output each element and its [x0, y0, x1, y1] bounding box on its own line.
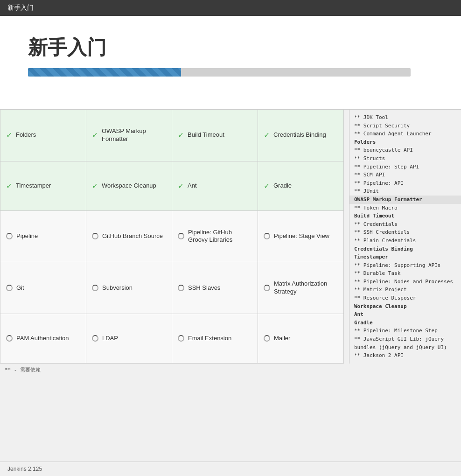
check-icon: ✓	[264, 131, 270, 140]
plugin-cell: Pipeline: Stage View	[258, 211, 344, 263]
plugin-name: LDAP	[102, 335, 118, 343]
right-panel-line: Ant	[354, 310, 456, 319]
right-panel-line: Build Timeout	[354, 212, 456, 220]
check-icon: ✓	[178, 182, 184, 190]
plugin-cell: Pipeline	[0, 211, 86, 263]
right-panel-line: ** JUnit	[354, 187, 456, 196]
plugin-cell: ✓Workspace Cleanup	[86, 161, 172, 211]
right-panel-line: Credentials Binding	[354, 245, 456, 253]
plugin-name: Mailer	[274, 335, 290, 343]
right-panel-line: ** Resource Disposer	[354, 294, 456, 302]
plugin-name: Timestamper	[16, 182, 51, 190]
spinner-icon	[264, 335, 270, 342]
spinner-icon	[178, 233, 184, 239]
plugin-cell: GitHub Branch Source	[86, 211, 172, 263]
plugin-cell: ✓Timestamper	[0, 161, 86, 211]
check-icon: ✓	[178, 131, 184, 140]
right-panel-line: ** SCM API	[354, 171, 456, 179]
plugin-name: Folders	[16, 131, 36, 139]
right-panel-line: ** Jackson 2 API	[354, 351, 456, 360]
progress-bar-fill	[28, 68, 181, 77]
plugin-name: Git	[16, 284, 24, 292]
plugin-name: OWASP Markup Formatter	[102, 127, 166, 143]
spinner-icon	[6, 233, 13, 239]
topbar-title: 新手入门	[7, 4, 34, 12]
check-icon: ✓	[6, 182, 12, 190]
right-panel-line: ** Command Agent Launcher	[354, 130, 456, 138]
spinner-icon	[6, 335, 13, 342]
topbar: 新手入门	[0, 0, 461, 16]
spinner-icon	[92, 285, 98, 291]
hero-section: 新手入门	[0, 16, 461, 109]
plugin-name: Ant	[188, 182, 197, 190]
plugin-name: Subversion	[102, 284, 133, 292]
right-panel-line: Gradle	[354, 319, 456, 327]
right-panel-line: ** SSH Credentials	[354, 228, 456, 237]
plugin-name: Credentials Binding	[273, 131, 326, 139]
check-icon: ✓	[264, 182, 270, 190]
right-panel-line: ** Token Macro	[354, 204, 456, 212]
right-panel-line: ** Pipeline: Supporting APIs	[354, 261, 456, 270]
plugin-name: SSH Slaves	[188, 284, 220, 292]
plugin-cell: LDAP	[86, 314, 172, 364]
check-icon: ✓	[92, 182, 98, 190]
right-panel-line: ** Pipeline: Nodes and Processes	[354, 278, 456, 286]
spinner-icon	[92, 233, 98, 239]
plugin-cell: Pipeline: GitHub Groovy Libraries	[172, 211, 258, 263]
spinner-icon	[92, 335, 98, 342]
right-panel-line: Folders	[354, 138, 456, 147]
right-panel-line: Timestamper	[354, 253, 456, 261]
plugin-cell: ✓Credentials Binding	[258, 110, 344, 161]
right-panel: ** JDK Tool** Script Security** Command …	[349, 110, 461, 364]
right-panel-line: ** Script Security	[354, 122, 456, 130]
plugin-cell: ✓Build Timeout	[172, 110, 258, 161]
right-panel-line: ** Pipeline: Milestone Step	[354, 327, 456, 335]
spinner-icon	[264, 285, 270, 291]
check-icon: ✓	[6, 131, 12, 140]
right-panel-line: ** bouncycastle API	[354, 146, 456, 154]
plugin-cell: ✓Gradle	[258, 161, 344, 211]
right-panel-line: OWASP Markup Formatter	[349, 196, 461, 204]
plugin-name: Matrix Authorization Strategy	[274, 280, 338, 296]
plugin-name: Pipeline: Stage View	[274, 232, 329, 240]
spinner-icon	[178, 285, 184, 291]
spinner-icon	[178, 335, 184, 342]
plugin-name: PAM Authentication	[16, 335, 69, 343]
plugin-cell: ✓Ant	[172, 161, 258, 211]
plugin-name: Pipeline	[16, 232, 38, 240]
right-panel-line: ** Pipeline: Step API	[354, 163, 456, 171]
plugin-name: Pipeline: GitHub Groovy Libraries	[188, 229, 252, 245]
plugin-cell: ✓Folders	[0, 110, 86, 161]
page-title: 新手入门	[28, 35, 433, 61]
right-panel-line: ** Credentials	[354, 220, 456, 229]
spinner-icon	[264, 233, 270, 239]
footer: Jenkins 2.125	[0, 462, 461, 476]
right-panel-line: ** Pipeline: API	[354, 179, 456, 188]
plugin-cell: Email Extension	[172, 314, 258, 364]
plugin-name: Gradle	[273, 182, 292, 190]
progress-bar-container	[28, 68, 411, 77]
right-panel-line: ** Plain Credentials	[354, 237, 456, 245]
plugin-cell: Mailer	[258, 314, 344, 364]
plugin-cell: PAM Authentication	[0, 314, 86, 364]
legend: ** - 需要依賴	[0, 364, 461, 376]
spinner-icon	[6, 285, 13, 291]
plugin-cell: SSH Slaves	[172, 262, 258, 314]
jenkins-version: Jenkins 2.125	[7, 466, 42, 472]
plugin-name: Build Timeout	[188, 131, 224, 139]
plugin-name: GitHub Branch Source	[102, 232, 163, 240]
plugin-grid: ✓Folders✓OWASP Markup Formatter✓Build Ti…	[0, 110, 349, 364]
plugin-cell: Git	[0, 262, 86, 314]
plugin-area: ✓Folders✓OWASP Markup Formatter✓Build Ti…	[0, 110, 461, 364]
right-panel-line: ** JDK Tool	[354, 113, 456, 122]
plugin-cell: ✓OWASP Markup Formatter	[86, 110, 172, 161]
right-panel-line: Workspace Cleanup	[354, 302, 456, 311]
right-panel-line: ** Matrix Project	[354, 286, 456, 294]
plugin-name: Email Extension	[188, 335, 231, 343]
plugin-cell: Subversion	[86, 262, 172, 314]
right-panel-line: ** JavaScript GUI Lib: jQuery bundles (j…	[354, 335, 456, 351]
right-panel-line: ** Durable Task	[354, 269, 456, 278]
main-content: 新手入门 ✓Folders✓OWASP Markup Formatter✓Bui…	[0, 16, 461, 376]
plugin-cell: Matrix Authorization Strategy	[258, 262, 344, 314]
plugin-name: Workspace Cleanup	[102, 182, 156, 190]
